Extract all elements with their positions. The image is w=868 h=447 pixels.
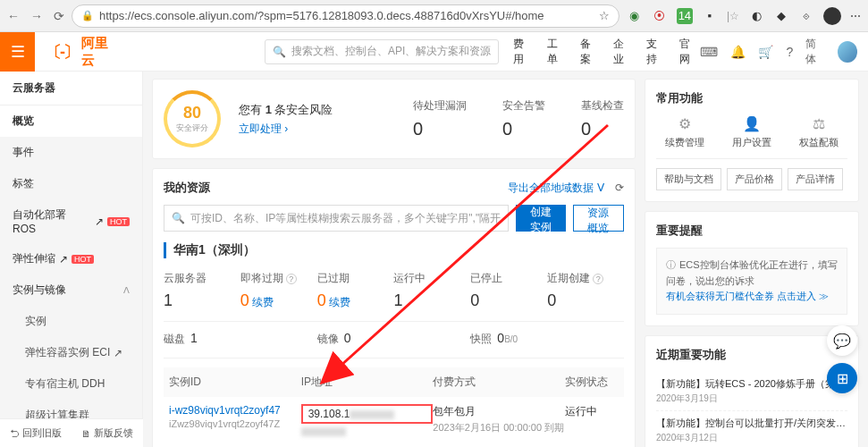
expire-date: 2023年2月16日 00:00:00 到期	[433, 421, 565, 434]
search-icon: 🔍	[172, 212, 185, 224]
tag-help-docs[interactable]: 帮助与文档	[656, 168, 721, 190]
feedback-icon: 🗎	[81, 428, 91, 439]
security-gauge: 80 安全评分	[164, 90, 221, 148]
sidebar-instances[interactable]: 实例	[0, 306, 142, 337]
feature-item[interactable]: 【新功能】玩转ECS - 2020修炼手册（第1…2020年3月19日	[656, 372, 847, 411]
common-functions-title: 常用功能	[656, 90, 847, 106]
resource-search-input[interactable]: 🔍 可按ID、名称、IP等属性模糊搜索云服务器，多个关键字用","隔开	[164, 205, 509, 232]
scale-icon: ⚖	[791, 115, 847, 132]
nav-support[interactable]: 支持	[646, 37, 667, 67]
feature-item[interactable]: 【新功能】控制台可以批量打开/关闭突发…2020年3月12日	[656, 411, 847, 447]
sidebar-instance-image[interactable]: 实例与镜像ᐱ	[0, 274, 142, 306]
sidebar-title: 云服务器	[0, 72, 142, 105]
extension-icons: ◉ ⦿ 14 ▪ |☆ ◐ ◆ ⟐ ⋯	[627, 7, 861, 25]
sidebar-eci[interactable]: 弹性容器实例 ECI↗	[0, 337, 142, 368]
hot-tag: HOT	[107, 217, 130, 226]
ip-address-highlighted: 39.108.1	[301, 404, 434, 424]
nav-website[interactable]: 官网	[679, 37, 700, 67]
security-action-link[interactable]: 立即处理 ›	[239, 122, 288, 137]
sidebar: 云服务器 概览 事件 标签 自动化部署 ROS↗ HOT 弹性伸缩↗ HOT 实…	[0, 72, 143, 447]
ext-icon-2[interactable]: ⦿	[652, 8, 668, 24]
renew-link[interactable]: 续费	[252, 296, 274, 308]
sidebar-tags[interactable]: 标签	[0, 168, 142, 199]
nav-beian[interactable]: 备案	[580, 37, 601, 67]
hot-tag: HOT	[72, 255, 94, 264]
private-ip-blurred	[301, 427, 346, 436]
ext-icon-4[interactable]: ◐	[748, 8, 764, 24]
terminal-icon[interactable]: ⌨	[700, 45, 718, 59]
help-icon[interactable]: ?	[593, 274, 603, 284]
coin-icon: ⚙	[656, 115, 712, 132]
tag-pricing[interactable]: 产品价格	[727, 168, 782, 190]
ext-badge-icon[interactable]: 14	[677, 8, 693, 24]
alert-box: ⓘECS控制台体验优化正在进行，填写问卷，说出您的诉求 有机会获得无门槛代金券 …	[656, 248, 847, 315]
app-header: ☰ 〔-〕 阿里云 🔍 搜索文档、控制台、API、解决方案和资源 费用 工单 备…	[0, 32, 868, 72]
user-avatar[interactable]	[838, 41, 857, 63]
fav-icon[interactable]: |☆	[727, 10, 739, 22]
browser-avatar[interactable]	[823, 7, 841, 25]
ext-icon-1[interactable]: ◉	[627, 8, 643, 24]
chevron-down-icon: ᐯ	[597, 181, 604, 194]
sidebar-ros[interactable]: 自动化部署 ROS↗ HOT	[0, 199, 142, 243]
nav-forward-icon[interactable]: →	[30, 9, 43, 23]
lock-icon: 🔒	[81, 10, 94, 21]
sidebar-overview[interactable]: 概览	[0, 105, 142, 137]
nav-ticket[interactable]: 工单	[547, 37, 568, 67]
back-old-version[interactable]: ⮌回到旧版	[0, 419, 72, 447]
search-icon: 🔍	[273, 46, 286, 58]
ext-icon-5[interactable]: ◆	[773, 8, 789, 24]
stat-stopped: 已停止0	[470, 271, 547, 310]
star-icon[interactable]: ☆	[599, 9, 610, 22]
bell-icon[interactable]: 🔔	[730, 45, 746, 59]
float-apps-button[interactable]: ⊞	[827, 363, 857, 393]
quick-renew[interactable]: ⚙续费管理	[656, 115, 712, 149]
help-icon[interactable]: ?	[286, 274, 297, 284]
info-icon: ⓘ	[666, 259, 676, 270]
sidebar-ess[interactable]: 弹性伸缩↗ HOT	[0, 243, 142, 274]
stat-running: 运行中1	[393, 271, 470, 310]
nav-back-icon[interactable]: ←	[7, 9, 20, 23]
link-out-icon: ↗	[95, 215, 104, 228]
quick-quota[interactable]: ⚖权益配额	[791, 115, 847, 149]
user-icon: 👤	[723, 115, 780, 132]
lang-switch[interactable]: 简体	[805, 37, 825, 67]
url-bar[interactable]: 🔒 https://ecs.console.aliyun.com/?spm=51…	[72, 4, 619, 28]
export-all-link[interactable]: 导出全部地域数据 ᐯ ⟳	[508, 181, 624, 196]
browser-menu-icon[interactable]: ⋯	[850, 10, 861, 22]
nav-refresh-icon[interactable]: ⟳	[54, 9, 64, 23]
stat-recent: 近期创建?0	[547, 271, 624, 310]
resources-card: 我的资源 导出全部地域数据 ᐯ ⟳ 🔍 可按ID、名称、IP等属性模糊搜索云服务…	[152, 168, 636, 447]
instance-id-link[interactable]: i-wz98viqv1vrqt2zoyf47	[169, 404, 301, 417]
payment-type: 包年包月	[433, 404, 565, 419]
cart-icon[interactable]: 🛒	[758, 45, 773, 59]
instance-table: 实例ID IP地址 付费方式 实例状态 i-wz98viqv1vrqt2zoyf…	[164, 358, 624, 443]
logo[interactable]: 〔-〕 阿里云	[35, 35, 131, 69]
help-icon[interactable]: ?	[786, 45, 793, 59]
alert-title: 重要提醒	[656, 223, 847, 239]
sidebar-footer: ⮌回到旧版 🗎新版反馈	[0, 418, 143, 447]
stat-expired: 已过期0 续费	[317, 271, 394, 310]
global-search[interactable]: 🔍 搜索文档、控制台、API、解决方案和资源	[265, 39, 499, 64]
renew-link[interactable]: 续费	[329, 296, 350, 308]
tag-product-detail[interactable]: 产品详情	[788, 168, 843, 190]
disk-count: 磁盘1	[164, 331, 317, 347]
important-alert-card: 重要提醒 ⓘECS控制台体验优化正在进行，填写问卷，说出您的诉求 有机会获得无门…	[645, 211, 859, 326]
ext-icon-6[interactable]: ⟐	[798, 8, 814, 24]
sidebar-ddh[interactable]: 专有宿主机 DDH	[0, 368, 142, 400]
security-text-block: 您有 1 条安全风险 立即处理 ›	[239, 102, 333, 137]
instance-status: 运行中	[565, 404, 619, 419]
new-version-feedback[interactable]: 🗎新版反馈	[72, 419, 143, 447]
sidebar-events[interactable]: 事件	[0, 137, 142, 168]
nav-enterprise[interactable]: 企业	[613, 37, 634, 67]
quick-user-settings[interactable]: 👤用户设置	[723, 115, 780, 149]
ext-icon-3[interactable]: ▪	[702, 8, 718, 24]
alert-link[interactable]: 有机会获得无门槛代金券 点击进入 ≫	[666, 291, 829, 301]
snapshot-count: 快照0B/0	[470, 331, 624, 347]
create-instance-button[interactable]: 创建实例	[516, 205, 565, 232]
resource-overview-button[interactable]: 资源概览	[573, 205, 624, 232]
refresh-icon[interactable]: ⟳	[615, 181, 624, 194]
float-chat-button[interactable]: 💬	[827, 325, 857, 356]
nav-fee[interactable]: 费用	[513, 37, 534, 67]
hamburger-menu[interactable]: ☰	[0, 32, 35, 72]
logo-icon: 〔-〕	[46, 41, 78, 63]
